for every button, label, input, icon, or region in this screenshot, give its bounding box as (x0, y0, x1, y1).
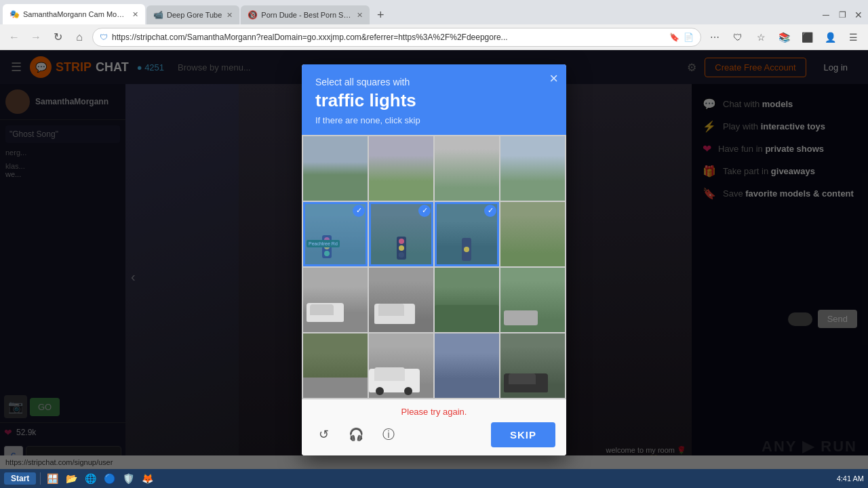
close-button[interactable]: ✕ (852, 8, 865, 22)
grid-cell-0-0[interactable] (303, 136, 368, 201)
captcha-modal: Select all squares with traffic lights I… (302, 64, 566, 455)
forward-button[interactable]: → (27, 28, 45, 46)
restore-button[interactable]: ❐ (835, 8, 849, 22)
grid-cell-3-3[interactable] (500, 333, 565, 398)
audio-captcha-button[interactable]: 🎧 (345, 424, 367, 445)
shield-protection-icon[interactable]: 🛡 (728, 28, 747, 47)
star-bookmark-icon[interactable]: ☆ (751, 28, 770, 47)
grid-cell-1-0[interactable]: Peachtree Rd ✓ (303, 202, 368, 266)
tab2-close[interactable]: ✕ (226, 11, 233, 20)
grid-cell-2-1[interactable] (369, 268, 433, 332)
security-shield-icon: 🛡 (100, 33, 108, 42)
grid-cell-1-2[interactable]: ✓ (435, 202, 499, 266)
start-button[interactable]: Start (4, 472, 36, 485)
tab1-close[interactable]: ✕ (132, 10, 138, 19)
taskbar-divider (40, 472, 41, 485)
browser-chrome: 🎭 SamanthaMorgann Cam Model: Fr... ✕ 📹 D… (0, 0, 868, 488)
tab1-label: SamanthaMorgann Cam Model: Fr... (23, 10, 127, 18)
modal-instruction: Select all squares with (315, 77, 553, 87)
grid-cell-3-1[interactable] (369, 333, 433, 398)
title-bar: 🎭 SamanthaMorgann Cam Model: Fr... ✕ 📹 D… (0, 0, 868, 24)
grid-cell-3-0[interactable] (303, 333, 368, 398)
tab-deepgoretube[interactable]: 📹 Deep Gore Tube ✕ (146, 5, 239, 24)
tab-samanthamorgann[interactable]: 🎭 SamanthaMorgann Cam Model: Fr... ✕ (3, 4, 145, 24)
tab-porndude[interactable]: 🔞 Porn Dude - Best Porn Sites & Fre... ✕ (241, 5, 370, 24)
profile-icon[interactable]: 👤 (821, 28, 840, 47)
footer-actions: ↺ 🎧 ⓘ SKIP (313, 422, 555, 447)
modal-header: Select all squares with traffic lights I… (302, 64, 566, 135)
taskbar-icon-shield[interactable]: 🛡️ (121, 471, 136, 486)
bookmark-icon[interactable]: 🔖 (669, 33, 679, 42)
info-captcha-button[interactable]: ⓘ (378, 424, 399, 445)
taskbar: Start 🪟 📂 🌐 🔵 🛡️ 🦊 4:41 AM (0, 469, 868, 488)
url-field[interactable]: 🛡 https://stripchat.com/SamanthaMorgann?… (92, 28, 701, 47)
footer-icons-group: ↺ 🎧 ⓘ (313, 424, 399, 445)
taskbar-right: 4:41 AM (837, 474, 864, 483)
taskbar-icon-windows[interactable]: 🪟 (45, 471, 60, 486)
grid-cell-2-0[interactable] (303, 268, 368, 332)
modal-footer: Please try again. ↺ 🎧 ⓘ SKIP (302, 399, 566, 455)
captcha-grid: Peachtree Rd ✓ (302, 135, 566, 399)
grid-cell-2-2[interactable] (435, 268, 499, 332)
taskbar-icon-blue[interactable]: 🔵 (102, 471, 117, 486)
modal-close-button[interactable]: × (549, 71, 558, 86)
tab1-favicon: 🎭 (9, 9, 20, 19)
library-icon[interactable]: 📚 (774, 28, 793, 47)
page-content: ☰ 💬 STRIPCHAT ● 4251 Browse by menu... ⚙… (0, 50, 868, 469)
modal-subject: traffic lights (315, 90, 553, 111)
try-again-text: Please try again. (313, 407, 555, 417)
home-button[interactable]: ⌂ (71, 28, 88, 46)
window-controls: ─ ❐ ✕ (819, 8, 865, 24)
taskbar-icon-folder[interactable]: 📂 (64, 471, 79, 486)
modal-sub-instruction: If there are none, click skip (315, 115, 553, 125)
taskbar-icon-browser[interactable]: 🌐 (83, 471, 98, 486)
minimize-button[interactable]: ─ (819, 8, 833, 22)
container-icon[interactable]: ⬛ (797, 28, 816, 47)
refresh-button[interactable]: ↻ (49, 28, 66, 46)
grid-cell-0-3[interactable] (500, 136, 565, 201)
back-button[interactable]: ← (5, 28, 23, 46)
grid-cell-3-2[interactable] (435, 333, 499, 398)
skip-button[interactable]: SKIP (491, 422, 555, 447)
reader-icon[interactable]: 📄 (684, 33, 694, 42)
address-bar: ← → ↻ ⌂ 🛡 https://stripchat.com/Samantha… (0, 24, 868, 50)
tab2-label: Deep Gore Tube (167, 11, 222, 19)
tab2-favicon: 📹 (153, 10, 163, 20)
new-tab-button[interactable]: + (371, 5, 390, 24)
tab3-favicon: 🔞 (248, 10, 258, 20)
menu-icon[interactable]: ☰ (844, 28, 863, 47)
grid-cell-0-2[interactable] (435, 136, 499, 201)
taskbar-time: 4:41 AM (837, 474, 864, 483)
grid-cell-2-3[interactable] (500, 268, 565, 332)
grid-cell-1-3[interactable] (500, 202, 565, 266)
grid-cell-0-1[interactable] (369, 136, 433, 201)
taskbar-icon-firefox[interactable]: 🦊 (140, 471, 155, 486)
refresh-captcha-button[interactable]: ↺ (313, 424, 334, 445)
url-text: https://stripchat.com/SamanthaMorgann?re… (112, 33, 665, 42)
tab3-close[interactable]: ✕ (357, 11, 363, 20)
grid-cell-1-1[interactable]: ✓ (369, 202, 433, 266)
captcha-overlay: Select all squares with traffic lights I… (0, 50, 868, 469)
tab3-label: Porn Dude - Best Porn Sites & Fre... (261, 11, 352, 19)
extensions-button[interactable]: ⋯ (705, 28, 724, 47)
